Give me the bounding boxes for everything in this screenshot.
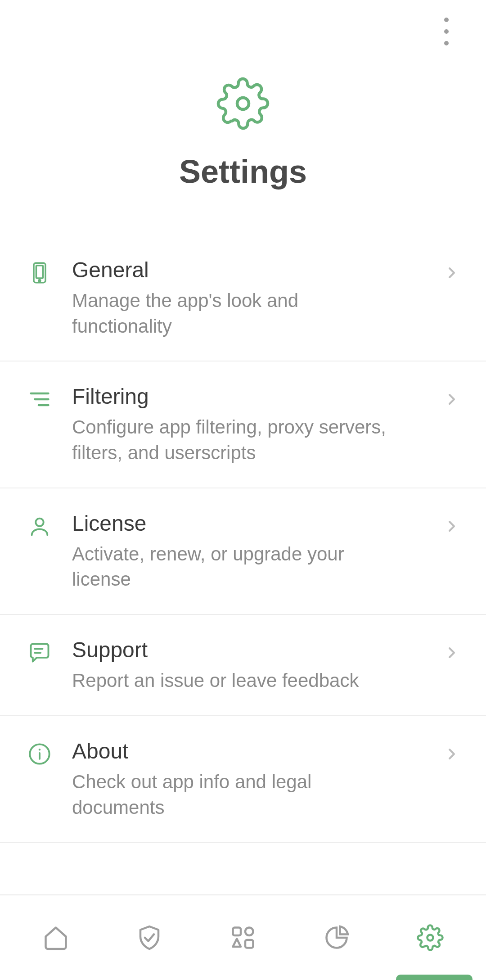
svg-marker-15: [233, 939, 241, 947]
settings-item-subtitle: Activate, renew, or upgrade your license: [72, 542, 396, 592]
settings-item-license[interactable]: License Activate, renew, or upgrade your…: [0, 488, 486, 615]
chevron-right-icon: [443, 745, 461, 763]
nav-stats[interactable]: [310, 911, 364, 965]
settings-item-title: Filtering: [72, 383, 414, 410]
page-title: Settings: [179, 153, 307, 190]
svg-point-7: [36, 518, 43, 526]
settings-item-text: Support Report an issue or leave feedbac…: [72, 637, 425, 694]
svg-point-3: [39, 280, 40, 281]
page-header: Settings: [0, 63, 486, 235]
chat-icon: [25, 638, 54, 667]
settings-item-subtitle: Check out app info and legal documents: [72, 769, 396, 820]
svg-point-0: [237, 98, 249, 109]
bottom-navigation: [0, 894, 486, 980]
settings-item-support[interactable]: Support Report an issue or leave feedbac…: [0, 615, 486, 716]
settings-list: General Manage the app's look and functi…: [0, 235, 486, 894]
svg-rect-2: [36, 266, 43, 278]
svg-point-12: [39, 749, 40, 750]
chevron-right-icon: [443, 517, 461, 535]
svg-point-14: [245, 928, 253, 936]
top-bar: [0, 0, 486, 63]
nav-active-indicator: [396, 975, 472, 980]
nav-protection[interactable]: [122, 911, 176, 965]
device-icon: [25, 258, 54, 287]
svg-rect-16: [245, 940, 253, 948]
gear-icon: [216, 77, 270, 131]
settings-item-general[interactable]: General Manage the app's look and functi…: [0, 235, 486, 361]
settings-item-title: License: [72, 510, 414, 537]
info-icon: [25, 740, 54, 768]
more-vertical-icon: [444, 18, 449, 45]
settings-item-subtitle: Manage the app's look and functionality: [72, 288, 396, 339]
settings-item-subtitle: Report an issue or leave feedback: [72, 668, 396, 694]
svg-rect-13: [233, 928, 241, 936]
settings-item-text: Filtering Configure app filtering, proxy…: [72, 383, 425, 465]
settings-item-title: Support: [72, 637, 414, 664]
nav-settings[interactable]: [403, 911, 457, 965]
settings-item-text: About Check out app info and legal docum…: [72, 738, 425, 820]
user-icon: [25, 512, 54, 541]
settings-item-text: License Activate, renew, or upgrade your…: [72, 510, 425, 592]
chevron-right-icon: [443, 264, 461, 282]
settings-screen: Settings General Manage the app's look a…: [0, 0, 486, 980]
settings-item-about[interactable]: About Check out app info and legal docum…: [0, 716, 486, 843]
chevron-right-icon: [443, 644, 461, 662]
nav-apps[interactable]: [216, 911, 270, 965]
settings-item-title: About: [72, 738, 414, 765]
settings-item-subtitle: Configure app filtering, proxy servers, …: [72, 415, 396, 465]
settings-item-title: General: [72, 257, 414, 284]
filter-icon: [25, 385, 54, 414]
more-menu-button[interactable]: [432, 17, 461, 46]
svg-point-17: [428, 935, 433, 941]
chevron-right-icon: [443, 390, 461, 408]
settings-item-filtering[interactable]: Filtering Configure app filtering, proxy…: [0, 361, 486, 488]
nav-home[interactable]: [29, 911, 83, 965]
settings-item-text: General Manage the app's look and functi…: [72, 257, 425, 339]
